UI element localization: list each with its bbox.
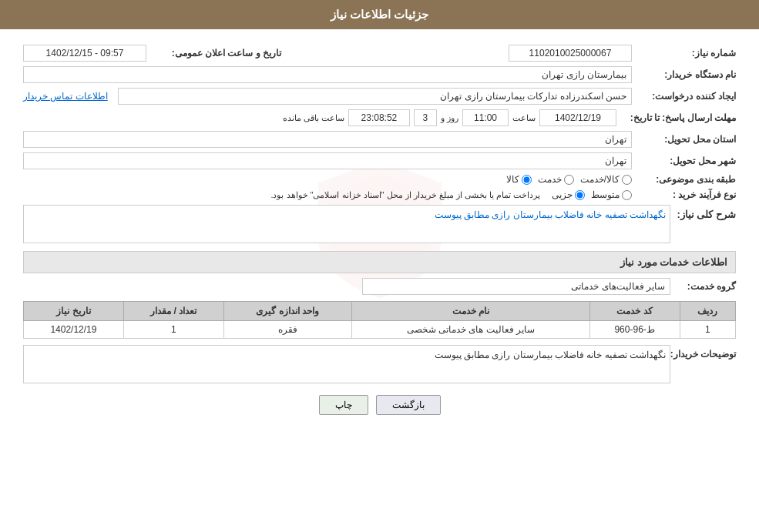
shomara-niaz-value: 1102010025000067 xyxy=(509,45,632,62)
services-table: ردیف کد خدمت نام خدمت واحد اندازه گیری ت… xyxy=(23,301,736,339)
radio-khadamat-label: خدمت xyxy=(538,174,562,185)
group-label: گروه خدمت: xyxy=(674,281,736,292)
sharh-textarea[interactable] xyxy=(23,205,670,243)
radio-khadamat: خدمت xyxy=(538,174,574,185)
row-ostan: استان محل تحویل: تهران xyxy=(23,131,736,148)
row-tabaqe: طبقه بندی موضوعی: کالا/خدمت خدمت کالا xyxy=(23,174,736,185)
table-row: 1ط-96-960سایر فعالیت های خدماتی شخصیفقره… xyxy=(24,321,736,339)
shahr-label: شهر محل تحویل: xyxy=(636,156,736,166)
radio-kala-khadamat: کالا/خدمت xyxy=(580,174,632,185)
row-nam-dastgah: نام دستگاه خریدار: بیمارستان رازی تهران xyxy=(23,66,736,83)
tarikh-label: تاریخ و ساعت اعلان عمومی: xyxy=(150,48,281,59)
ejad-label: ایجاد کننده درخواست: xyxy=(636,91,736,102)
nam-dastgah-label: نام دستگاه خریدار: xyxy=(636,69,736,80)
sharh-label: شرح کلی نیاز: xyxy=(674,205,736,220)
radio-kala-label: کالا xyxy=(506,174,519,185)
noue-label: نوع فرآیند خرید : xyxy=(636,189,736,200)
row-shahr: شهر محل تحویل: تهران xyxy=(23,152,736,169)
col-vahed: واحد اندازه گیری xyxy=(223,302,351,321)
col-nam: نام خدمت xyxy=(351,302,589,321)
nam-dastgah-value: بیمارستان رازی تهران xyxy=(23,66,632,83)
sharh-row: شرح کلی نیاز: xyxy=(23,205,736,243)
main-content: AnaТender شماره نیاز: 1102010025000067 ت… xyxy=(0,41,759,419)
col-radif: ردیف xyxy=(680,302,735,321)
tosih-textarea[interactable] xyxy=(23,345,670,383)
tosih-label: توضیحات خریدار: xyxy=(674,345,736,360)
radio-motovaset-input[interactable] xyxy=(622,190,632,200)
group-row: گروه خدمت: سایر فعالیت‌های خدماتی xyxy=(23,278,736,295)
page-wrapper: جزئیات اطلاعات نیاز AnaТender شماره نیاز… xyxy=(0,0,759,532)
row-noue: نوع فرآیند خرید : متوسط جزیی پرداخت تمام… xyxy=(23,189,736,200)
tosih-row: توضیحات خریدار: xyxy=(23,345,736,383)
print-button[interactable]: چاپ xyxy=(319,395,368,415)
tabaqe-radio-group: کالا/خدمت خدمت کالا xyxy=(506,174,632,185)
radio-jazii-label: جزیی xyxy=(552,189,573,200)
shahr-value: تهران xyxy=(23,152,632,169)
mohlat-rooz: 3 xyxy=(414,109,437,126)
btn-row: بازگشت چاپ xyxy=(23,395,736,415)
mohlat-saat: 11:00 xyxy=(462,109,509,126)
noue-process-text: پرداخت تمام یا بخشی از مبلغ خریدار از مح… xyxy=(23,190,540,200)
col-kod: کد خدمت xyxy=(589,302,680,321)
row-mohlat: مهلت ارسال پاسخ: تا تاریخ: 1402/12/19 سا… xyxy=(23,109,736,126)
noue-radio-group: متوسط جزیی xyxy=(552,189,632,200)
group-value: سایر فعالیت‌های خدماتی xyxy=(362,278,670,295)
ostan-value: تهران xyxy=(23,131,632,148)
radio-jazii: جزیی xyxy=(552,189,585,200)
info-header: اطلاعات خدمات مورد نیاز xyxy=(23,251,736,273)
radio-kala-input[interactable] xyxy=(522,175,532,185)
mohlat-saat-label: ساعت xyxy=(512,113,536,123)
contact-link[interactable]: اطلاعات تماس خریدار xyxy=(23,91,108,102)
form-section: شماره نیاز: 1102010025000067 تاریخ و ساع… xyxy=(23,45,736,415)
ostan-label: استان محل تحویل: xyxy=(636,134,736,145)
mohlat-label: مهلت ارسال پاسخ: تا تاریخ: xyxy=(620,112,736,123)
shomara-niaz-label: شماره نیاز: xyxy=(636,48,736,59)
ejad-value: حسن اسکندرزاده تدارکات بیمارستان رازی ته… xyxy=(118,88,632,105)
radio-kala: کالا xyxy=(506,174,532,185)
table-header-row: ردیف کد خدمت نام خدمت واحد اندازه گیری ت… xyxy=(24,302,736,321)
page-title: جزئیات اطلاعات نیاز xyxy=(331,8,428,21)
mohlat-baqi-label: ساعت باقی مانده xyxy=(283,113,344,123)
radio-jazii-input[interactable] xyxy=(575,190,585,200)
mohlat-date: 1402/12/19 xyxy=(539,109,616,126)
mohlat-baqi-value: 23:08:52 xyxy=(348,109,410,126)
col-tarikh: تاریخ نیاز xyxy=(24,302,124,321)
col-tedad: تعداد / مقدار xyxy=(123,302,223,321)
row-shomara-tarikh: شماره نیاز: 1102010025000067 تاریخ و ساع… xyxy=(23,45,736,62)
back-button[interactable]: بازگشت xyxy=(376,395,441,415)
row-ejad: ایجاد کننده درخواست: حسن اسکندرزاده تدار… xyxy=(23,88,736,105)
page-header: جزئیات اطلاعات نیاز xyxy=(0,0,759,29)
radio-kala-khadamat-label: کالا/خدمت xyxy=(580,174,620,185)
mohlat-rooz-label: روز و xyxy=(441,113,458,123)
tabaqe-label: طبقه بندی موضوعی: xyxy=(636,174,736,185)
radio-motovaset: متوسط xyxy=(591,189,632,200)
radio-kala-khadamat-input[interactable] xyxy=(622,175,632,185)
radio-khadamat-input[interactable] xyxy=(564,175,574,185)
radio-motovaset-label: متوسط xyxy=(591,189,620,200)
tarikh-value: 1402/12/15 - 09:57 xyxy=(23,45,146,62)
